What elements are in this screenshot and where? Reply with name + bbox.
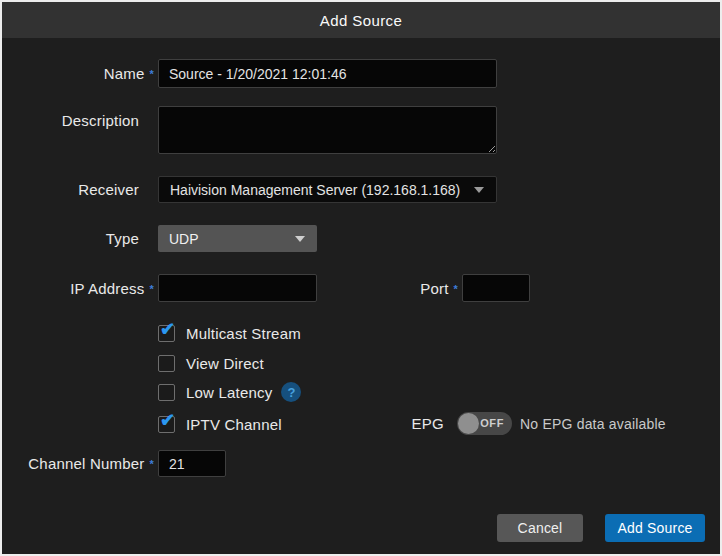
multicast-stream-row: ✔ Multicast Stream	[158, 324, 301, 342]
name-input[interactable]	[158, 59, 497, 88]
type-dropdown[interactable]: UDP	[158, 225, 317, 252]
checkmark-icon: ✔	[160, 411, 175, 429]
dialog-title: Add Source	[320, 12, 402, 29]
iptv-channel-label: IPTV Channel	[186, 416, 282, 433]
cancel-button[interactable]: Cancel	[497, 514, 583, 542]
description-textarea[interactable]	[159, 107, 496, 153]
epg-toggle-state: OFF	[480, 417, 504, 429]
chevron-down-icon	[474, 187, 484, 193]
view-direct-label: View Direct	[186, 355, 264, 372]
receiver-label-row: Receiver	[2, 176, 154, 203]
name-label: Name	[104, 65, 145, 82]
channel-number-required-marker: *	[150, 457, 154, 470]
low-latency-label: Low Latency	[186, 384, 272, 401]
low-latency-row: ✔ Low Latency ?	[158, 383, 301, 401]
checkmark-icon: ✔	[160, 320, 175, 338]
receiver-dropdown-value: Haivision Management Server (192.168.1.1…	[159, 182, 474, 198]
receiver-label: Receiver	[78, 181, 139, 198]
type-dropdown-value: UDP	[158, 231, 295, 247]
view-direct-checkbox[interactable]: ✔	[158, 355, 175, 372]
epg-toggle[interactable]: OFF	[457, 412, 512, 435]
multicast-stream-checkbox[interactable]: ✔	[158, 325, 175, 342]
add-source-dialog: Add Source Name * Description Receiver H…	[0, 0, 722, 556]
channel-number-label-row: Channel Number *	[2, 450, 154, 477]
dialog-titlebar: Add Source	[2, 2, 720, 38]
ip-address-input[interactable]	[158, 274, 317, 302]
multicast-stream-label: Multicast Stream	[186, 325, 301, 342]
name-label-row: Name *	[2, 59, 154, 88]
ip-address-label-row: IP Address *	[2, 274, 154, 302]
ip-address-required-marker: *	[150, 282, 154, 295]
port-required-marker: *	[454, 282, 458, 295]
channel-number-label: Channel Number	[28, 455, 144, 472]
view-direct-row: ✔ View Direct	[158, 354, 264, 372]
port-label-row: Port *	[306, 274, 458, 302]
receiver-dropdown[interactable]: Haivision Management Server (192.168.1.1…	[158, 176, 497, 203]
description-field-wrap	[158, 106, 497, 154]
add-source-button[interactable]: Add Source	[605, 514, 705, 542]
help-icon[interactable]: ?	[281, 382, 301, 402]
channel-number-input[interactable]	[158, 450, 226, 477]
description-label-row: Description	[2, 106, 154, 136]
toggle-knob-icon	[458, 413, 479, 434]
type-label: Type	[106, 230, 139, 247]
type-label-row: Type	[2, 225, 154, 252]
ip-address-label: IP Address	[70, 280, 144, 297]
description-label: Description	[62, 112, 139, 129]
chevron-down-icon	[295, 236, 305, 242]
low-latency-checkbox[interactable]: ✔	[158, 384, 175, 401]
epg-status-text: No EPG data available	[520, 416, 666, 432]
port-label: Port	[420, 280, 448, 297]
iptv-channel-row: ✔ IPTV Channel	[158, 415, 282, 433]
name-required-marker: *	[150, 67, 154, 80]
iptv-channel-checkbox[interactable]: ✔	[158, 416, 175, 433]
epg-label: EPG	[400, 415, 444, 432]
port-input[interactable]	[462, 274, 530, 302]
